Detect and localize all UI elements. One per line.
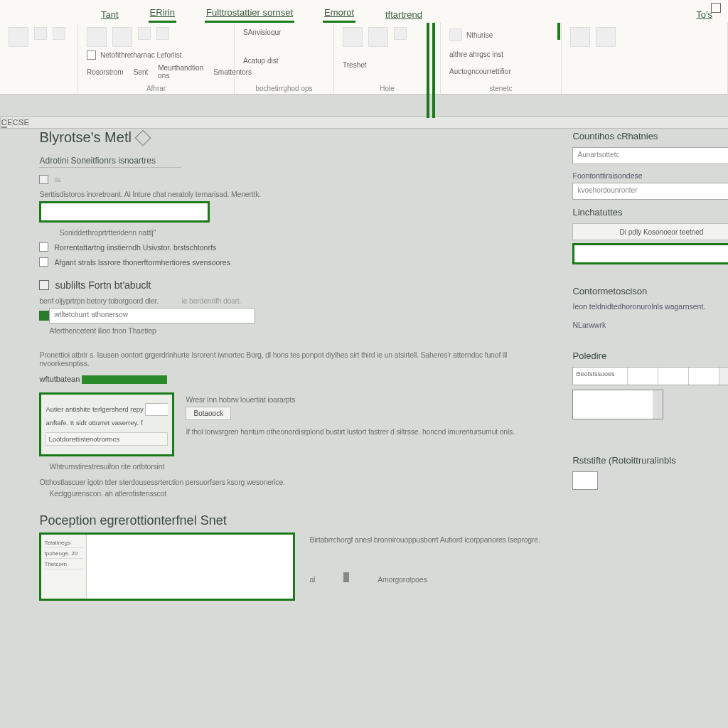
subheading-1: Adrotini Soneitfionrs isnoartres <box>39 156 181 168</box>
checkbox-1[interactable] <box>39 242 48 252</box>
desc-1: Serttisdistoros inoretroant. Al Inture c… <box>39 190 551 198</box>
group-4-label: stenetc <box>449 85 552 92</box>
page-title: Blyrotse's Metl <box>39 129 551 146</box>
marker-icon <box>39 311 49 321</box>
note-2: Otthostlascuer igotn tder sterdousessrte… <box>39 478 551 486</box>
right-heading-2: Linchatuttes <box>572 207 728 218</box>
clipboard-icon[interactable] <box>9 27 28 47</box>
window-icon[interactable] <box>596 27 616 47</box>
tab-2[interactable]: ERirin <box>149 4 176 23</box>
preview-thumbnail[interactable]: Tetatinegs tpoheoge. 20 Thetcorn <box>39 532 295 601</box>
ribbon: Tant ERirin Fulttrostattier sornset Emor… <box>0 0 728 95</box>
section-icon <box>39 280 49 290</box>
mini-button[interactable]: Lootdorettistenotrormcs <box>46 432 168 446</box>
selected-panel[interactable]: Autier antishite terlgersherd repy anfta… <box>39 392 174 456</box>
field-1[interactable]: Aunartsottetc <box>572 147 728 164</box>
right-heading-4: Poledire <box>572 350 728 361</box>
font-icon[interactable] <box>87 27 107 47</box>
col-c2[interactable]: C <box>13 117 18 128</box>
group-3-label: Hole <box>343 85 432 92</box>
note-1: Whtrumstirestresuifon rite ortbtorsint <box>49 462 551 471</box>
checkbox-2-label: Afgant strals Issrore thonerftormhertior… <box>54 258 230 267</box>
green-bar <box>82 375 167 384</box>
ribbon-tabs: Tant ERirin Fulttrostattier sornset Emor… <box>0 0 728 23</box>
mat-label: wftutbatean <box>39 375 80 383</box>
italic-icon[interactable] <box>156 27 169 40</box>
tab-5[interactable]: tftartrend <box>384 6 424 23</box>
tab-1[interactable]: Tant <box>100 6 120 23</box>
paragraph-1: Pronettioi atbrir s. Iausen oontort grge… <box>39 350 551 368</box>
desc-3: Ieon teldnidtedhoronurolnls wagarnsent. <box>572 302 728 311</box>
gridlines-checkbox[interactable] <box>87 50 96 60</box>
text-input-1[interactable]: wtltetchurrt athonersow <box>49 308 255 323</box>
ribbon-body: Netofithretharnac Leforlist RosorstromSe… <box>0 23 728 94</box>
handle-icon[interactable] <box>343 572 349 582</box>
col-s[interactable]: S <box>18 117 24 128</box>
mini-input[interactable] <box>145 403 168 416</box>
bot-desc: Birtabrrchorgf anesl bronnirouoppusborrt… <box>309 535 551 544</box>
small-input[interactable] <box>572 471 598 490</box>
copy-icon[interactable] <box>53 27 65 40</box>
group-2-label: bochetirrghod ops <box>243 85 325 92</box>
note-3: Keclggurenscon. ah atlerotistensscot <box>49 489 551 498</box>
collapse-ribbon-icon[interactable] <box>711 3 721 13</box>
theme-icon[interactable] <box>449 28 462 41</box>
field-2[interactable]: kvoehordounronter <box>572 183 728 200</box>
zoom-icon[interactable] <box>570 27 590 47</box>
bold-icon[interactable] <box>138 27 151 40</box>
checkbox-1-label: Rorrentattartng iinstierndh Usivstor. br… <box>54 243 216 252</box>
col-e2[interactable]: E <box>24 117 30 128</box>
table-icon[interactable] <box>368 27 388 47</box>
diamond-icon <box>135 129 151 146</box>
section-2-head: sublilts Fortn bt'abuclt <box>39 279 551 291</box>
col-e[interactable]: E <box>7 117 13 128</box>
right-heading-5: Rststifte (Rotoittruralinbls <box>572 455 728 466</box>
thumb-row-2: tpoheoge. 20 <box>44 550 83 559</box>
gridlines-label: Netofithretharnac Leforlist <box>100 51 182 59</box>
checkbox-2[interactable] <box>39 257 48 267</box>
sort-icon[interactable] <box>394 27 407 40</box>
selected-input-1[interactable] <box>39 201 210 223</box>
chart-icon[interactable] <box>343 27 363 47</box>
thumb-row-1: Tetatinegs <box>44 540 83 548</box>
preview-box[interactable] <box>572 390 663 419</box>
page-title-2: Poception egrerottionterfnel Snet <box>39 513 551 528</box>
mini-table[interactable]: Beotstssooes <box>572 367 728 385</box>
font-icon-2[interactable] <box>112 27 132 47</box>
label-3: NLarwwrk <box>572 321 728 329</box>
column-headers: C E C S E Blyrotse's Metl Adrotini Sonei… <box>0 116 728 129</box>
browse-button[interactable]: Botaoock <box>186 407 231 420</box>
label-1: Foontonttiraisondese <box>572 171 728 180</box>
right-heading-3: Contormetoscison <box>572 286 728 296</box>
wide-button[interactable]: Di pdly Kosonoeor teetned <box>572 223 728 240</box>
input-hint: Aferthencetent ilion fnon Thaetiep <box>49 326 551 335</box>
input-caption: Soniddethroprtrtteridenn nattlj" <box>59 228 551 237</box>
thumb-row-3: Thetcorn <box>44 561 83 569</box>
mat-desc: Wresr Inn hobrw louertiat ioararpts <box>186 395 551 404</box>
tab-3[interactable]: Fulttrostattier sornset <box>205 4 294 23</box>
tab-4[interactable]: Emorot <box>323 4 355 23</box>
cut-icon[interactable] <box>34 27 47 40</box>
right-heading-1: Countihos cRhatnies <box>572 131 728 141</box>
gb-desc: If thol lorwsrgren hantum otheonordisrpl… <box>186 427 551 436</box>
group-1-label: Afhrar <box>87 85 225 92</box>
opt-icon <box>39 175 48 184</box>
col-c[interactable]: C <box>1 117 7 128</box>
selected-field[interactable] <box>572 243 728 264</box>
